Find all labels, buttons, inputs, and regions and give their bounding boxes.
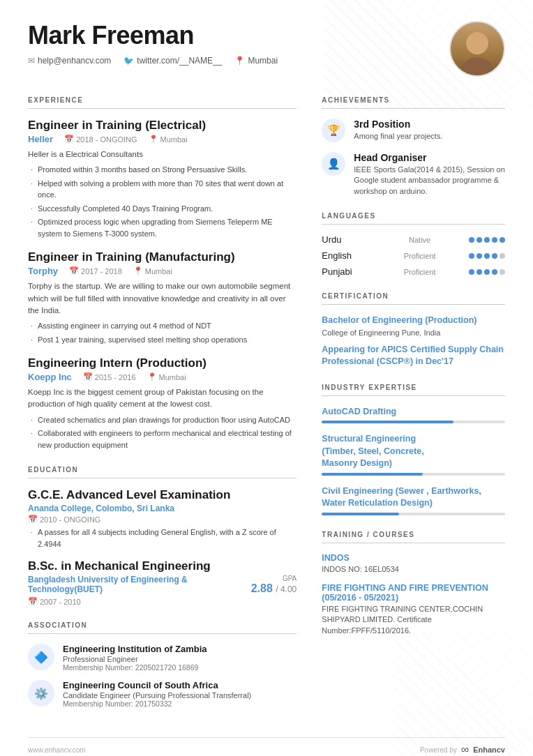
calendar-icon: 📅: [83, 372, 93, 381]
expertise-bar-bg-1: [322, 473, 505, 476]
assoc-icon-1: ⚙️: [28, 680, 54, 706]
lang-level-english: Proficient: [404, 252, 436, 260]
calendar-icon: 📅: [28, 597, 38, 606]
training-entry-0: INDOS INDOS NO: 16EL0534: [322, 553, 505, 575]
job-meta-2: Koepp Inc 📅 2015 - 2016 📍 Mumbai: [28, 372, 296, 382]
cert-school-0: College of Engineering Pune, India: [322, 328, 505, 337]
assoc-entry-1: ⚙️ Engineering Council of South Africa C…: [28, 680, 296, 708]
edu-school-date-1: Bangladesh University of Engineering &Te…: [28, 575, 188, 606]
assoc-entry-0: 🔷 Engineering Institution of Zambia Prof…: [28, 644, 296, 672]
dot: [484, 253, 490, 259]
industry-expertise-divider: [322, 395, 505, 396]
training-divider: [322, 543, 505, 543]
dot: [492, 237, 497, 243]
assoc-member-1: Membership Number: 201750332: [63, 700, 251, 708]
education-section-title: EDUCATION: [28, 466, 296, 474]
edu-gpa-value: 2.88 / 4.00: [251, 582, 297, 595]
company-0: Heller: [28, 134, 53, 144]
edu-meta-1: Bangladesh University of Engineering &Te…: [28, 575, 296, 606]
right-column: ACHIEVEMENTS 🏆 3rd Position Among final …: [322, 96, 505, 723]
achievement-icon-1: 👤: [322, 152, 345, 176]
edu-title-1: B.Sc. in Mechanical Engineering: [28, 559, 296, 573]
edu-school-1: Bangladesh University of Engineering &Te…: [28, 575, 188, 594]
certification-divider: [322, 304, 505, 305]
training-name-0: INDOS: [322, 553, 505, 563]
dot: [484, 269, 490, 275]
expertise-name-1: Structural Engineering(Timber, Steel, Co…: [322, 433, 505, 470]
association-section-title: ASSOCIATION: [28, 621, 296, 629]
languages-section-title: LANGUAGES: [322, 212, 505, 220]
dot: [469, 237, 474, 243]
job-title-2: Engineering Intern (Production): [28, 356, 296, 370]
job-title-0: Engineer in Training (Electrical): [28, 119, 296, 133]
assoc-icon-0: 🔷: [28, 644, 54, 670]
education-section: EDUCATION G.C.E. Advanced Level Examinat…: [28, 466, 296, 606]
achievements-divider: [322, 108, 505, 109]
edu-date-0: 📅 2010 - ONGOING: [28, 515, 174, 524]
left-column: EXPERIENCE Engineer in Training (Electri…: [28, 96, 296, 723]
location-contact: 📍 Mumbai: [234, 56, 278, 66]
training-detail-0: INDOS NO: 16EL0534: [322, 564, 505, 575]
assoc-role-1: Candidate Engineer (Pursuing Professiona…: [63, 691, 251, 700]
experience-section-title: EXPERIENCE: [28, 96, 296, 104]
lang-name-english: English: [322, 250, 370, 261]
cert-entry-1: Appearing for APICS Certified Supply Cha…: [322, 344, 505, 368]
job-date-1: 📅 2017 - 2018: [69, 266, 122, 275]
achievement-desc-1: IEEE Sports Gala(2014 & 2015), Session o…: [354, 165, 505, 197]
achievement-title-1: Head Organiser: [354, 152, 505, 163]
expertise-entry-1: Structural Engineering(Timber, Steel, Co…: [322, 433, 505, 476]
company-2: Koepp Inc: [28, 372, 72, 382]
edu-gpa-label: GPA: [251, 575, 297, 582]
assoc-role-0: Professional Engineer: [63, 655, 207, 663]
bullet-item: Optimized process logic when upgrading f…: [28, 216, 296, 239]
achievement-entry-0: 🏆 3rd Position Among final year projects…: [322, 119, 505, 142]
powered-by-label: Powered by: [420, 746, 457, 754]
dot: [476, 237, 482, 243]
header-left: Mark Freeman ✉ help@enhancv.com 🐦 twitte…: [28, 21, 278, 66]
job-meta-0: Heller 📅 2018 - ONGOING 📍 Mumbai: [28, 134, 296, 144]
edu-meta-0: Ananda College, Colombo, Sri Lanka 📅 201…: [28, 504, 296, 524]
footer-website: www.enhancv.com: [28, 746, 86, 754]
job-date-2: 📅 2015 - 2016: [83, 372, 136, 381]
training-entry-1: FIRE FIGHTING AND FIRE PREVENTION (05/20…: [322, 583, 505, 636]
dot: [469, 253, 474, 259]
cert-entry-0: Bachelor of Engineering (Production) Col…: [322, 315, 505, 337]
expertise-entry-2: Civil Engineering (Sewer , Earthworks,Wa…: [322, 485, 505, 515]
expertise-bar-fill-1: [322, 473, 422, 476]
job-bullets-2: Created schematics and plan drawings for…: [28, 414, 296, 451]
pin-icon: 📍: [149, 135, 158, 144]
assoc-name-0: Engineering Institution of Zambia: [63, 644, 207, 654]
industry-expertise-section: INDUSTRY EXPERTISE AutoCAD Drafting Stru…: [322, 384, 505, 515]
achievement-info-0: 3rd Position Among final year projects.: [354, 119, 442, 142]
expertise-bar-bg-0: [322, 421, 505, 423]
candidate-name: Mark Freeman: [28, 21, 278, 50]
expertise-bar-fill-0: [322, 421, 453, 423]
bullet-item: Collaborated with engineers to perform m…: [28, 428, 296, 451]
lang-name-punjabi: Punjabi: [322, 266, 370, 277]
languages-section: LANGUAGES Urdu Native English Profi: [322, 212, 505, 277]
dot: [492, 269, 497, 275]
edu-school-0: Ananda College, Colombo, Sri Lanka: [28, 504, 174, 513]
lang-dots-punjabi: [469, 269, 505, 275]
job-bullets-0: Promoted within 3 months based on Strong…: [28, 164, 296, 239]
email-icon: ✉: [28, 56, 35, 66]
achievement-title-0: 3rd Position: [354, 119, 442, 130]
job-entry-2: Engineering Intern (Production) Koepp In…: [28, 356, 296, 451]
achievements-section-title: ACHIEVEMENTS: [322, 96, 505, 104]
header: Mark Freeman ✉ help@enhancv.com 🐦 twitte…: [28, 21, 505, 77]
calendar-icon: 📅: [28, 515, 38, 524]
footer-brand: Powered by ∞ Enhancv: [420, 743, 505, 756]
job-bullets-1: Assisting engineer in carrying out 4 met…: [28, 320, 296, 345]
assoc-info-1: Engineering Council of South Africa Cand…: [63, 680, 251, 708]
lang-entry-urdu: Urdu Native: [322, 234, 505, 245]
lang-name-urdu: Urdu: [322, 234, 370, 245]
bullet-item: Created schematics and plan drawings for…: [28, 414, 296, 426]
job-desc-1: Torphy is the startup. We are willing to…: [28, 280, 296, 317]
job-entry-1: Engineer in Training (Manufacturing) Tor…: [28, 250, 296, 345]
achievement-info-1: Head Organiser IEEE Sports Gala(2014 & 2…: [354, 152, 505, 197]
pin-icon: 📍: [133, 266, 143, 275]
company-1: Torphy: [28, 266, 58, 276]
job-entry-0: Engineer in Training (Electrical) Heller…: [28, 119, 296, 239]
calendar-icon: 📅: [64, 135, 74, 144]
job-date-0: 📅 2018 - ONGOING: [64, 135, 137, 144]
